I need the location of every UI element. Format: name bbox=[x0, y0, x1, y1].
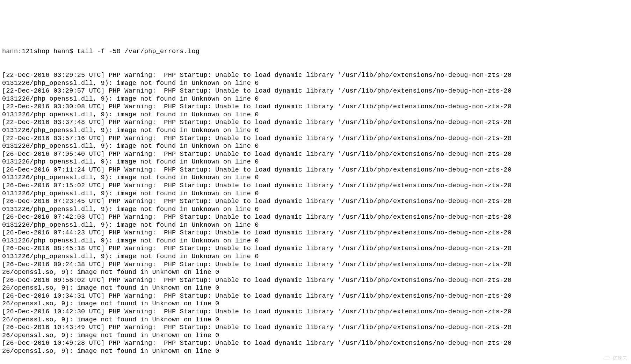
log-line: 26/openssl.so, 9): image not found in Un… bbox=[2, 269, 629, 277]
log-line: 0131226/php_openssl.dll, 9): image not f… bbox=[2, 237, 629, 245]
log-line: [22-Dec-2016 03:29:57 UTC] PHP Warning: … bbox=[2, 87, 629, 95]
log-line: 0131226/php_openssl.dll, 9): image not f… bbox=[2, 190, 629, 198]
log-line: [26-Dec-2016 09:56:02 UTC] PHP Warning: … bbox=[2, 277, 629, 285]
log-line: [26-Dec-2016 07:23:45 UTC] PHP Warning: … bbox=[2, 198, 629, 206]
log-line: 0131226/php_openssl.dll, 9): image not f… bbox=[2, 253, 629, 261]
log-line: 0131226/php_openssl.dll, 9): image not f… bbox=[2, 95, 629, 103]
log-line: 0131226/php_openssl.dll, 9): image not f… bbox=[2, 158, 629, 166]
log-line: [26-Dec-2016 09:24:38 UTC] PHP Warning: … bbox=[2, 261, 629, 269]
log-line: 0131226/php_openssl.dll, 9): image not f… bbox=[2, 174, 629, 182]
watermark-text: 亿速云 bbox=[612, 355, 628, 361]
log-output: [22-Dec-2016 03:29:25 UTC] PHP Warning: … bbox=[2, 72, 629, 355]
log-line: 0131226/php_openssl.dll, 9): image not f… bbox=[2, 221, 629, 230]
log-line: [26-Dec-2016 07:42:03 UTC] PHP Warning: … bbox=[2, 213, 629, 221]
log-line: [26-Dec-2016 10:49:28 UTC] PHP Warning: … bbox=[2, 340, 629, 348]
log-line: 26/openssl.so, 9): image not found in Un… bbox=[2, 284, 629, 292]
log-line: 0131226/php_openssl.dll, 9): image not f… bbox=[2, 143, 629, 151]
log-line: 26/openssl.so, 9): image not found in Un… bbox=[2, 332, 629, 340]
log-line: [26-Dec-2016 08:45:18 UTC] PHP Warning: … bbox=[2, 245, 629, 253]
log-line: [26-Dec-2016 10:42:30 UTC] PHP Warning: … bbox=[2, 308, 629, 316]
log-line: [26-Dec-2016 07:15:02 UTC] PHP Warning: … bbox=[2, 182, 629, 190]
log-line: 26/openssl.so, 9): image not found in Un… bbox=[2, 300, 629, 308]
log-line: 0131226/php_openssl.dll, 9): image not f… bbox=[2, 80, 629, 88]
log-line: [26-Dec-2016 07:05:40 UTC] PHP Warning: … bbox=[2, 151, 629, 159]
log-line: 26/openssl.so, 9): image not found in Un… bbox=[2, 348, 629, 356]
log-line: [26-Dec-2016 10:34:31 UTC] PHP Warning: … bbox=[2, 292, 629, 300]
log-line: 26/openssl.so, 9): image not found in Un… bbox=[2, 316, 629, 324]
log-line: 0131226/php_openssl.dll, 9): image not f… bbox=[2, 127, 629, 135]
log-line: [26-Dec-2016 10:43:49 UTC] PHP Warning: … bbox=[2, 324, 629, 332]
log-line: [22-Dec-2016 03:57:16 UTC] PHP Warning: … bbox=[2, 135, 629, 143]
cloud-icon bbox=[602, 355, 611, 361]
log-line: [22-Dec-2016 03:37:48 UTC] PHP Warning: … bbox=[2, 119, 629, 127]
prompt-line: hann:121shop hann$ tail -f -50 /var/php_… bbox=[2, 48, 629, 56]
terminal-output[interactable]: hann:121shop hann$ tail -f -50 /var/php_… bbox=[2, 32, 629, 364]
log-line: [26-Dec-2016 07:44:23 UTC] PHP Warning: … bbox=[2, 229, 629, 237]
log-line: 0131226/php_openssl.dll, 9): image not f… bbox=[2, 206, 629, 214]
log-line: [22-Dec-2016 03:29:25 UTC] PHP Warning: … bbox=[2, 72, 629, 80]
log-line: [26-Dec-2016 07:11:24 UTC] PHP Warning: … bbox=[2, 166, 629, 174]
watermark-logo: 亿速云 bbox=[602, 355, 628, 361]
log-line: 0131226/php_openssl.dll, 9): image not f… bbox=[2, 111, 629, 119]
log-line: [22-Dec-2016 03:30:08 UTC] PHP Warning: … bbox=[2, 103, 629, 111]
